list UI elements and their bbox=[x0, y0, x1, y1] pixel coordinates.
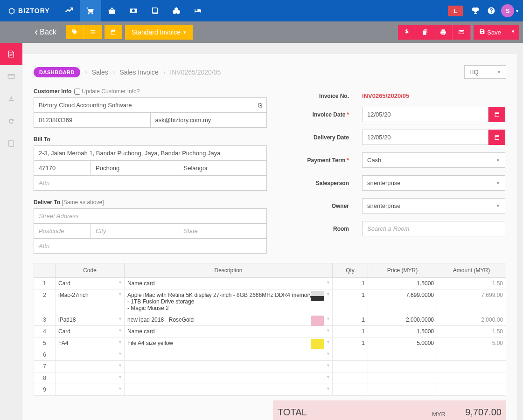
payment-button[interactable] bbox=[398, 25, 416, 40]
table-row[interactable]: 8▼▼ bbox=[34, 372, 506, 384]
table-row[interactable]: 3iPad18▼new ipad 2018 - RoseGold▼12,000.… bbox=[34, 314, 506, 326]
chevron-down-icon[interactable]: ▼ bbox=[118, 340, 122, 344]
bill-attn-input[interactable]: Attn bbox=[34, 176, 266, 190]
update-customer-checkbox[interactable]: Update Customer Info? bbox=[74, 88, 139, 95]
qty-cell[interactable]: 1 bbox=[333, 337, 368, 349]
chevron-down-icon[interactable]: ▼ bbox=[326, 340, 330, 344]
email-button[interactable] bbox=[453, 25, 471, 40]
bill-street-input[interactable]: 2-3, Jalan Merbah 1, Bandar Puchong, Jay… bbox=[34, 146, 266, 160]
chevron-down-icon[interactable]: ▼ bbox=[118, 386, 122, 391]
branch-select[interactable]: HQ bbox=[464, 65, 506, 79]
side-tab-card[interactable] bbox=[0, 65, 22, 88]
room-input[interactable]: Search a Room bbox=[362, 221, 505, 236]
desc-cell[interactable]: Name card▼ bbox=[125, 278, 333, 289]
deliver-city-input[interactable]: City bbox=[91, 224, 179, 238]
code-cell[interactable]: Card▼ bbox=[56, 326, 125, 337]
code-cell[interactable]: ▼ bbox=[56, 349, 125, 361]
user-avatar[interactable]: S bbox=[501, 4, 514, 17]
chevron-down-icon[interactable]: ▼ bbox=[118, 328, 122, 333]
bill-city-input[interactable]: Puchong bbox=[91, 161, 179, 175]
code-cell[interactable]: ▼ bbox=[56, 361, 125, 372]
price-cell[interactable]: 2,000.0000 bbox=[368, 314, 437, 326]
breadcrumb-dashboard[interactable]: DASHBOARD bbox=[34, 67, 80, 77]
chevron-down-icon[interactable]: ▼ bbox=[118, 280, 122, 285]
salesperson-select[interactable]: snenterprise bbox=[362, 175, 505, 191]
price-cell[interactable]: 7,699.0000 bbox=[368, 289, 437, 314]
chevron-down-icon[interactable]: ▼ bbox=[118, 375, 122, 379]
same-as-above-link[interactable]: [Same as above] bbox=[62, 199, 104, 206]
qty-cell[interactable] bbox=[333, 384, 368, 396]
chevron-down-icon[interactable]: ▼ bbox=[326, 363, 330, 368]
qty-cell[interactable] bbox=[333, 361, 368, 372]
price-cell[interactable] bbox=[368, 349, 437, 361]
analytics-icon[interactable] bbox=[58, 0, 80, 21]
table-row[interactable]: 2iMac-27inch▼Apple iMac with Retina 5K d… bbox=[34, 289, 506, 314]
table-row[interactable]: 7▼▼ bbox=[34, 361, 506, 372]
breadcrumb-sales[interactable]: Sales bbox=[92, 69, 108, 76]
desc-cell[interactable]: new ipad 2018 - RoseGold▼ bbox=[125, 314, 333, 326]
print-button[interactable] bbox=[434, 25, 453, 40]
delivery-date-input[interactable]: 12/05/20 bbox=[362, 130, 505, 145]
boxes-icon[interactable] bbox=[166, 0, 187, 21]
chevron-down-icon[interactable]: ▼ bbox=[326, 375, 330, 379]
desc-cell[interactable]: Name card▼ bbox=[125, 326, 333, 337]
desc-cell[interactable]: ▼ bbox=[125, 372, 333, 384]
price-cell[interactable] bbox=[368, 372, 437, 384]
cart-icon[interactable] bbox=[80, 0, 101, 21]
basket-icon[interactable] bbox=[101, 0, 123, 21]
trophy-icon[interactable] bbox=[467, 0, 483, 21]
desc-cell[interactable]: ▼ bbox=[125, 384, 333, 396]
table-row[interactable]: 6▼▼ bbox=[34, 349, 506, 361]
code-cell[interactable]: iMac-27inch▼ bbox=[56, 289, 125, 314]
chevron-down-icon[interactable]: ▼ bbox=[326, 351, 330, 356]
code-cell[interactable]: iPad18▼ bbox=[56, 314, 125, 326]
chevron-down-icon[interactable]: ▼ bbox=[326, 292, 330, 296]
chevron-down-icon[interactable]: ▼ bbox=[118, 317, 122, 321]
price-cell[interactable]: 1.5000 bbox=[368, 326, 437, 337]
side-tab-book[interactable] bbox=[0, 132, 22, 155]
chevron-down-icon[interactable]: ▼ bbox=[326, 386, 330, 391]
money-icon[interactable] bbox=[123, 0, 144, 21]
copy-button[interactable] bbox=[416, 25, 434, 40]
side-tab-refresh[interactable] bbox=[0, 110, 22, 132]
deliver-attn-input[interactable]: Attn bbox=[34, 239, 266, 253]
payment-term-select[interactable]: Cash bbox=[362, 152, 505, 168]
side-tab-doc[interactable] bbox=[0, 43, 22, 65]
customer-name-input[interactable]: Biztory Cloud Accounting Software⎘ bbox=[34, 98, 266, 112]
code-cell[interactable]: FA4▼ bbox=[56, 337, 125, 349]
tag-button[interactable] bbox=[66, 25, 84, 39]
side-tab-download[interactable] bbox=[0, 88, 22, 110]
desc-cell[interactable]: ▼ bbox=[125, 361, 333, 372]
chevron-down-icon[interactable]: ▼ bbox=[326, 280, 330, 285]
code-cell[interactable]: Card▼ bbox=[56, 278, 125, 289]
bill-state-input[interactable]: Selangor bbox=[179, 161, 267, 175]
chevron-down-icon[interactable]: ▼ bbox=[326, 317, 330, 321]
back-button[interactable]: Back bbox=[28, 26, 63, 38]
code-cell[interactable]: ▼ bbox=[56, 384, 125, 396]
deliver-postcode-input[interactable]: Postcode bbox=[34, 224, 91, 238]
table-row[interactable]: 9▼▼ bbox=[34, 384, 506, 396]
brand-logo[interactable]: ⬡ BIZTORY bbox=[0, 7, 58, 15]
invoice-type-dropdown[interactable]: Standard Invoice bbox=[125, 25, 193, 40]
owner-select[interactable]: snenterprise bbox=[362, 198, 505, 213]
qty-cell[interactable]: 1 bbox=[333, 278, 368, 289]
table-row[interactable]: 1Card▼Name card▼11.50001.50 bbox=[34, 278, 506, 289]
list-button[interactable] bbox=[84, 25, 102, 39]
table-row[interactable]: 5FA4▼File A4 size yellow▼15.00005.00 bbox=[34, 337, 506, 349]
customer-phone-input[interactable]: 0123803369 bbox=[34, 113, 151, 127]
breadcrumb-sales-invoice[interactable]: Sales Invoice bbox=[119, 69, 158, 76]
qty-cell[interactable] bbox=[333, 372, 368, 384]
qty-cell[interactable]: 1 bbox=[333, 326, 368, 337]
desc-cell[interactable]: File A4 size yellow▼ bbox=[125, 337, 333, 349]
desc-cell[interactable]: Apple iMac with Retina 5K display 27-inc… bbox=[125, 289, 333, 314]
qty-cell[interactable] bbox=[333, 349, 368, 361]
chevron-down-icon[interactable]: ▼ bbox=[118, 363, 122, 368]
qty-cell[interactable]: 1 bbox=[333, 314, 368, 326]
price-cell[interactable] bbox=[368, 384, 437, 396]
customer-email-input[interactable]: ask@biztory.com.my bbox=[151, 113, 267, 127]
price-cell[interactable]: 5.0000 bbox=[368, 337, 437, 349]
chevron-down-icon[interactable]: ▼ bbox=[118, 292, 122, 296]
bill-postcode-input[interactable]: 47170 bbox=[34, 161, 91, 175]
calendar-icon[interactable] bbox=[488, 130, 505, 145]
desc-cell[interactable]: ▼ bbox=[125, 349, 333, 361]
